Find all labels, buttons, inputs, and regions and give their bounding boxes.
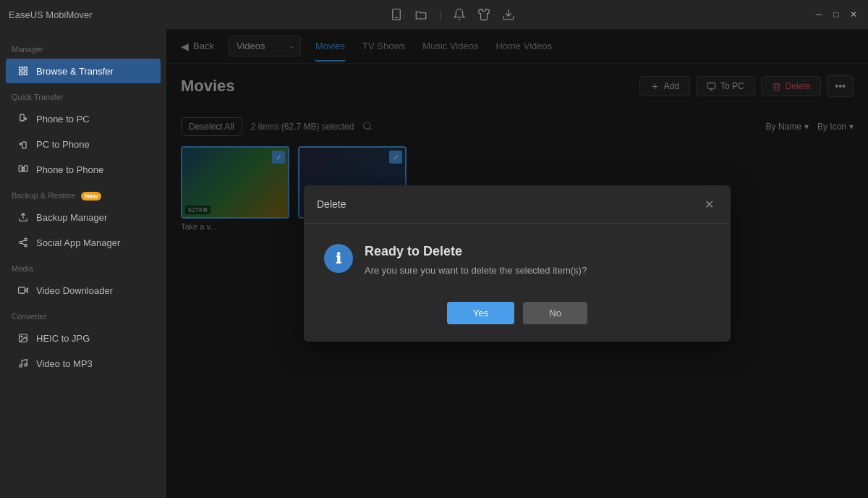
sidebar-item-label: Social App Manager: [36, 237, 120, 248]
svg-rect-5: [20, 72, 22, 75]
sidebar-item-heic-to-jpg[interactable]: HEIC to JPG: [6, 326, 161, 350]
sidebar-item-label: Video to MP3: [36, 358, 93, 369]
svg-rect-4: [24, 67, 27, 70]
sidebar-item-label: Backup Manager: [36, 212, 107, 223]
sidebar-item-social-app-manager[interactable]: Social App Manager: [6, 230, 161, 255]
dialog-close-button[interactable]: ✕: [700, 195, 718, 213]
bell-icon[interactable]: [453, 8, 466, 21]
svg-point-15: [25, 244, 27, 247]
manager-section-label: Manager: [0, 36, 166, 58]
sidebar-item-label: Phone to Phone: [36, 164, 103, 175]
svg-point-21: [21, 336, 22, 337]
sidebar-item-label: Phone to PC: [36, 114, 90, 124]
dialog-body: ℹ Ready to Delete Are you sure you want …: [304, 224, 731, 290]
tshirt-icon[interactable]: [477, 8, 490, 21]
backup-restore-section: Backup & Restore New: [0, 182, 166, 204]
video-download-icon: [17, 284, 29, 296]
sidebar-item-pc-to-phone[interactable]: PC to Phone: [6, 132, 161, 156]
audio-icon: [17, 358, 29, 369]
title-bar: EaseUS MobiMover | ─ □ ✕: [0, 0, 868, 29]
divider: |: [439, 9, 441, 20]
maximize-button[interactable]: □: [830, 9, 842, 20]
svg-rect-9: [19, 166, 22, 172]
device-icon[interactable]: [390, 8, 403, 21]
sidebar-item-video-to-mp3[interactable]: Video to MP3: [6, 351, 161, 376]
media-section-label: Media: [0, 256, 166, 277]
phone-to-phone-icon: [17, 164, 29, 175]
backup-icon: [17, 211, 29, 223]
svg-rect-19: [19, 287, 25, 293]
svg-marker-18: [25, 288, 27, 292]
window-controls: ─ □ ✕: [813, 9, 859, 20]
social-icon: [17, 237, 29, 248]
app-title: EaseUS MobiMover: [9, 9, 93, 20]
dialog-footer: Yes No: [304, 290, 731, 342]
delete-dialog: Delete ✕ ℹ Ready to Delete Are you sure …: [304, 185, 731, 342]
new-badge: New: [81, 192, 102, 201]
sidebar-item-video-downloader[interactable]: Video Downloader: [6, 278, 161, 303]
sidebar-item-browse-transfer[interactable]: Browse & Transfer: [6, 59, 161, 83]
phone-to-pc-icon: [17, 113, 29, 124]
svg-point-14: [20, 241, 22, 244]
sidebar-item-phone-to-pc[interactable]: Phone to PC: [6, 106, 161, 131]
svg-line-17: [22, 240, 25, 242]
minimize-button[interactable]: ─: [813, 9, 825, 20]
sidebar-item-label: PC to Phone: [36, 139, 90, 150]
folder-icon[interactable]: [414, 8, 427, 21]
dialog-title: Delete: [317, 198, 346, 210]
svg-rect-7: [20, 114, 24, 121]
sidebar-item-backup-manager[interactable]: Backup Manager: [6, 205, 161, 229]
svg-rect-3: [20, 67, 22, 70]
dialog-no-button[interactable]: No: [523, 302, 587, 324]
pc-to-phone-icon: [17, 138, 29, 150]
dialog-header: Delete ✕: [304, 185, 731, 224]
svg-point-22: [20, 365, 22, 368]
close-button[interactable]: ✕: [848, 9, 859, 20]
svg-rect-10: [25, 166, 27, 172]
dialog-text: Ready to Delete Are you sure you want to…: [365, 244, 587, 276]
svg-rect-0: [393, 9, 401, 20]
svg-point-13: [25, 238, 27, 241]
download-icon[interactable]: [502, 8, 515, 21]
dialog-info-icon: ℹ: [324, 244, 353, 273]
dialog-heading: Ready to Delete: [365, 244, 587, 259]
svg-line-16: [22, 243, 25, 245]
dialog-yes-button[interactable]: Yes: [447, 302, 514, 324]
svg-rect-6: [24, 72, 27, 75]
sidebar-item-phone-to-phone[interactable]: Phone to Phone: [6, 157, 161, 182]
grid-icon: [17, 65, 29, 77]
sidebar: Manager Browse & Transfer Quick Transfer…: [0, 29, 166, 498]
svg-rect-8: [22, 142, 26, 148]
dialog-message: Are you sure you want to delete the sele…: [365, 265, 587, 276]
sidebar-item-label: Video Downloader: [36, 285, 113, 296]
main-content: ◀ Back Videos Photos Music Contacts Mess…: [166, 29, 868, 498]
sidebar-item-label: Browse & Transfer: [36, 66, 114, 77]
converter-section-label: Converter: [0, 303, 166, 325]
app-layout: Manager Browse & Transfer Quick Transfer…: [0, 29, 868, 498]
title-bar-icons: |: [390, 8, 515, 21]
heic-icon: [17, 332, 29, 344]
sidebar-item-label: HEIC to JPG: [36, 333, 90, 344]
quick-transfer-section-label: Quick Transfer: [0, 84, 166, 106]
dialog-overlay: Delete ✕ ℹ Ready to Delete Are you sure …: [166, 29, 868, 498]
svg-point-23: [25, 364, 27, 367]
